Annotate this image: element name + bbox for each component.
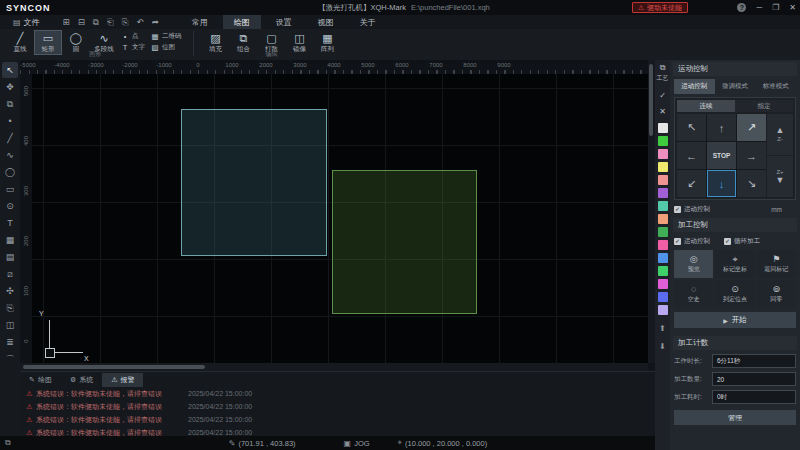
- color-swatch-3[interactable]: [658, 162, 668, 172]
- start-button[interactable]: ▶ 开始: [674, 312, 796, 328]
- new-file-icon[interactable]: ⊞: [63, 17, 70, 27]
- rectangle-shape-teal[interactable]: [181, 109, 327, 256]
- mirror-tool[interactable]: ◫: [2, 317, 18, 333]
- motion-enable-checkbox[interactable]: ✓: [674, 206, 681, 213]
- point-tool-button[interactable]: •点: [121, 32, 145, 41]
- palette-arrows: ⬆ ⬇: [659, 324, 666, 351]
- process-motion-checkbox[interactable]: ✓: [674, 238, 681, 245]
- home-button[interactable]: ⊚回零: [757, 280, 796, 308]
- tab-视图[interactable]: 视图: [307, 15, 345, 30]
- qrcode-tool[interactable]: ▦: [2, 232, 18, 248]
- manage-button[interactable]: 管理: [674, 410, 796, 425]
- help-button[interactable]: ?: [737, 3, 746, 12]
- ellipse-tool[interactable]: ⊙: [2, 198, 18, 214]
- mark-coordinate-button[interactable]: ⌖标记坐标: [715, 250, 754, 278]
- rectangle-tool[interactable]: ▭: [2, 181, 18, 197]
- group-button-icon: ⧉: [240, 32, 248, 44]
- node-edit-tool[interactable]: ✣: [2, 283, 18, 299]
- color-swatch-10[interactable]: [658, 253, 668, 263]
- rectangle-shape-green[interactable]: [332, 170, 477, 314]
- color-swatch-13[interactable]: [658, 292, 668, 302]
- import-file-icon[interactable]: ⧉: [93, 17, 99, 28]
- frame-tool[interactable]: ⧉: [2, 96, 18, 112]
- goto-position-button[interactable]: ⊙到定位点: [715, 280, 754, 308]
- preview-button[interactable]: ◎预览: [674, 250, 713, 278]
- jog-up-right-button[interactable]: ↗: [737, 114, 766, 141]
- color-swatch-9[interactable]: [658, 240, 668, 250]
- redo-icon[interactable]: ➦: [152, 17, 159, 27]
- jog-down-right-button[interactable]: ↘: [737, 170, 766, 197]
- z-plus-button[interactable]: Z+▼: [767, 156, 793, 197]
- crop-tool[interactable]: ⧄: [2, 266, 18, 282]
- home-button-icon: ⊚: [773, 284, 781, 294]
- drawing-canvas[interactable]: Y X: [32, 74, 648, 363]
- copy-tool[interactable]: ⎘: [2, 300, 18, 316]
- log-tab-报警[interactable]: ⚠报警: [102, 373, 143, 387]
- motion-tab-微调模式[interactable]: 微调模式: [715, 79, 756, 94]
- text-tool[interactable]: T: [2, 215, 18, 231]
- motion-tab-标准模式[interactable]: 标准模式: [755, 79, 796, 94]
- log-tab-系统[interactable]: ⚙系统: [61, 373, 102, 387]
- log-tab-绘图[interactable]: ✎绘图: [20, 373, 61, 387]
- pan-tool[interactable]: ✥: [2, 79, 18, 95]
- vertical-scrollbar[interactable]: [648, 60, 655, 363]
- jog-down-button[interactable]: ↓: [707, 170, 736, 197]
- motion-tab-运动控制[interactable]: 运动控制: [674, 79, 715, 94]
- jog-left-button[interactable]: ←: [677, 142, 706, 169]
- tab-常用[interactable]: 常用: [181, 15, 219, 30]
- process-count-field[interactable]: 20: [712, 372, 796, 386]
- circle-tool[interactable]: ◯: [2, 164, 18, 180]
- move-up-icon[interactable]: ⬆: [659, 324, 666, 333]
- color-swatch-11[interactable]: [658, 266, 668, 276]
- jog-down-left-button[interactable]: ↙: [677, 170, 706, 197]
- export-file-icon[interactable]: ⎘: [122, 17, 129, 28]
- save-file-icon[interactable]: ⎗: [107, 17, 114, 28]
- jog-right-button[interactable]: →: [737, 142, 766, 169]
- return-mark-button[interactable]: ⚑返回标记: [757, 250, 796, 278]
- color-swatch-4[interactable]: [658, 175, 668, 185]
- open-file-icon[interactable]: ⊟: [78, 17, 85, 27]
- line-tool[interactable]: ╱: [2, 130, 18, 146]
- align-tool[interactable]: ≣: [2, 334, 18, 350]
- horizontal-scroll-thumb[interactable]: [23, 365, 205, 369]
- move-down-icon[interactable]: ⬇: [659, 342, 666, 351]
- tab-设置[interactable]: 设置: [265, 15, 303, 30]
- vertical-scroll-thumb[interactable]: [649, 64, 653, 136]
- jog-up-button[interactable]: ↑: [707, 114, 736, 141]
- color-swatch-0[interactable]: [658, 123, 668, 133]
- point-tool[interactable]: •: [2, 113, 18, 129]
- process-layers-icon[interactable]: ⧉: [660, 63, 666, 73]
- color-swatch-2[interactable]: [658, 149, 668, 159]
- color-swatch-1[interactable]: [658, 136, 668, 146]
- polyline-tool[interactable]: ∿: [2, 147, 18, 163]
- tab-关于[interactable]: 关于: [349, 15, 387, 30]
- color-swatch-8[interactable]: [658, 227, 668, 237]
- loop-process-checkbox[interactable]: ✓: [724, 238, 731, 245]
- file-menu-button[interactable]: ▤ 文件: [8, 16, 45, 29]
- horizontal-scrollbar[interactable]: [20, 363, 648, 371]
- jog-stop-button[interactable]: STOP: [707, 142, 736, 169]
- color-swatch-6[interactable]: [658, 201, 668, 211]
- bitmap-tool[interactable]: ▤: [2, 249, 18, 265]
- z-minus-button[interactable]: ▲Z-: [767, 114, 793, 155]
- undo-icon[interactable]: ↶: [137, 17, 144, 27]
- color-swatch-7[interactable]: [658, 214, 668, 224]
- jog-tab-连续[interactable]: 连续: [677, 100, 735, 112]
- qrcode-tool-button[interactable]: ▦二维码: [151, 32, 182, 41]
- jog-tab-指定[interactable]: 指定: [735, 100, 793, 112]
- process-time-field[interactable]: 0时: [712, 390, 796, 404]
- jog-up-left-button[interactable]: ↖: [677, 114, 706, 141]
- apply-check-icon[interactable]: ✓: [659, 91, 666, 100]
- dry-run-button[interactable]: ◌空走: [674, 280, 713, 308]
- color-swatch-14[interactable]: [658, 305, 668, 315]
- cancel-cross-icon[interactable]: ✕: [659, 107, 666, 116]
- select-tool[interactable]: ↖: [2, 62, 18, 78]
- tab-绘图[interactable]: 绘图: [223, 15, 261, 30]
- arc-tool[interactable]: ⌒: [2, 351, 18, 367]
- minimize-button[interactable]: ─: [756, 3, 762, 12]
- color-swatch-12[interactable]: [658, 279, 668, 289]
- close-button[interactable]: ✕: [789, 3, 796, 12]
- work-duration-field[interactable]: 6分11秒: [712, 354, 796, 368]
- maximize-button[interactable]: ❐: [772, 3, 779, 12]
- color-swatch-5[interactable]: [658, 188, 668, 198]
